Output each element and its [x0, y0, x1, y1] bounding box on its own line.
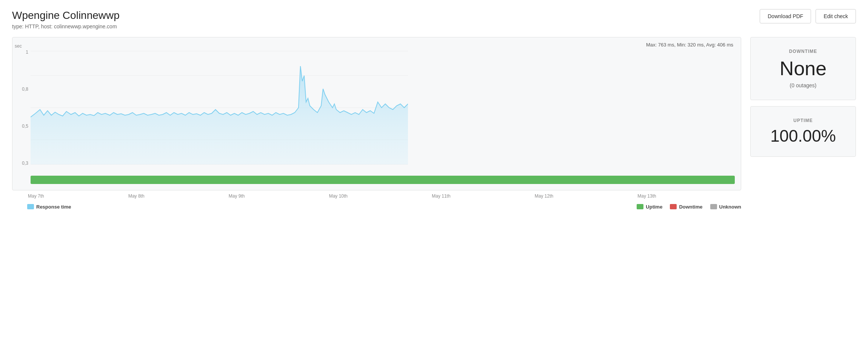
main-content: Max: 763 ms, Min: 320 ms, Avg: 406 ms se…: [12, 37, 856, 210]
y-axis: 1 0,8 0,5 0,3: [15, 49, 31, 166]
uptime-color-box: [637, 204, 643, 209]
x-label-may9: May 9th: [229, 193, 245, 199]
downtime-sub: (0 outages): [758, 82, 848, 88]
y-label-1: 1: [26, 49, 28, 55]
legend-unknown-label: Unknown: [719, 204, 742, 210]
page-subtitle: type: HTTP, host: colinnewwp.wpengine.co…: [12, 23, 120, 29]
y-label-03: 0,3: [22, 161, 28, 166]
uptime-card: UPTIME 100.00%: [750, 106, 856, 157]
legend-uptime: Uptime: [637, 204, 662, 210]
legend-downtime-label: Downtime: [679, 204, 702, 210]
legend-response-time-label: Response time: [36, 204, 71, 210]
edit-check-button[interactable]: Edit check: [816, 9, 856, 23]
download-pdf-button[interactable]: Download PDF: [760, 9, 811, 23]
chart-svg: [31, 43, 408, 172]
downtime-card: DOWNTIME None (0 outages): [750, 37, 856, 100]
x-label-may11: May 11th: [432, 193, 450, 199]
legend-response-time: Response time: [27, 204, 71, 210]
x-label-may10: May 10th: [329, 193, 348, 199]
legend-downtime: Downtime: [670, 204, 702, 210]
header-buttons: Download PDF Edit check: [760, 9, 856, 23]
x-label-may7: May 7th: [28, 193, 44, 199]
x-label-may12: May 12th: [535, 193, 553, 199]
chart-container: Max: 763 ms, Min: 320 ms, Avg: 406 ms se…: [12, 37, 741, 190]
right-panel: DOWNTIME None (0 outages) UPTIME 100.00%: [750, 37, 856, 210]
uptime-bar: [31, 176, 735, 184]
unknown-color-box: [710, 204, 717, 209]
page-title: Wpengine Colinnewwp: [12, 9, 120, 22]
x-axis: May 7th May 8th May 9th May 10th May 11t…: [27, 193, 741, 199]
page-header: Wpengine Colinnewwp type: HTTP, host: co…: [12, 9, 856, 29]
x-label-may8: May 8th: [128, 193, 145, 199]
x-label-may13: May 13th: [637, 193, 656, 199]
y-label-05: 0,5: [22, 124, 28, 129]
legend-unknown: Unknown: [710, 204, 742, 210]
chart-section: Max: 763 ms, Min: 320 ms, Avg: 406 ms se…: [12, 37, 741, 210]
downtime-value: None: [758, 58, 848, 79]
uptime-label: UPTIME: [758, 118, 848, 123]
title-block: Wpengine Colinnewwp type: HTTP, host: co…: [12, 9, 120, 29]
uptime-bar-container: [31, 176, 735, 184]
response-time-color-box: [27, 204, 34, 209]
downtime-label: DOWNTIME: [758, 49, 848, 54]
uptime-value: 100.00%: [758, 127, 848, 145]
legend-uptime-label: Uptime: [646, 204, 662, 210]
chart-area: [31, 43, 408, 172]
chart-legend: Response time Uptime Downtime Unknown: [27, 204, 741, 210]
downtime-color-box: [670, 204, 677, 209]
y-label-08: 0,8: [22, 87, 28, 92]
